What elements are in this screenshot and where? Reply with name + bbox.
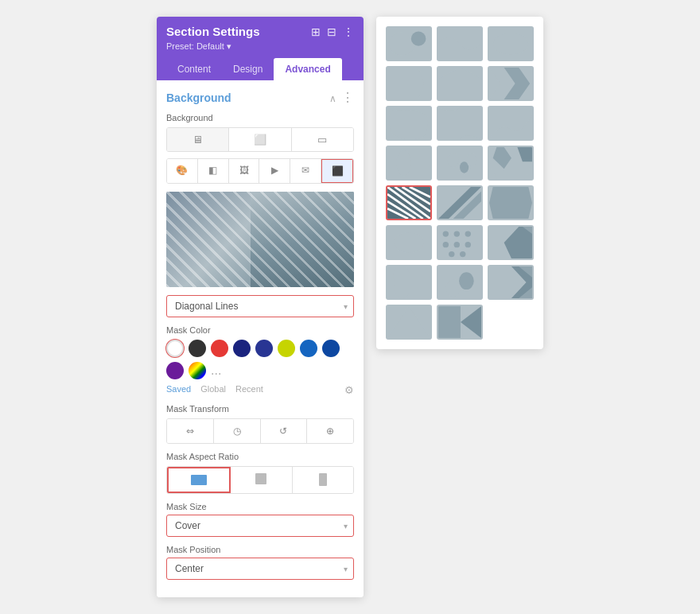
color-settings-icon[interactable]: ⚙ <box>344 384 354 396</box>
type-pattern[interactable]: ✉ <box>290 159 321 183</box>
transform-rotate[interactable]: ◷ <box>214 419 261 443</box>
device-row: 🖥 ⬜ ▭ <box>166 127 354 152</box>
mask-thumb-22[interactable] <box>386 305 432 340</box>
panel-preset[interactable]: Preset: Default ▾ <box>166 41 354 52</box>
svg-point-26 <box>460 251 465 257</box>
section-menu-icon[interactable] <box>341 90 354 105</box>
mask-thumb-7[interactable] <box>386 106 432 141</box>
transform-flip-h[interactable]: ⇔ <box>167 419 214 443</box>
aspect-tall[interactable] <box>293 467 353 493</box>
device-mobile[interactable]: ▭ <box>292 128 353 151</box>
image-preview <box>166 192 354 287</box>
color-more[interactable]: ... <box>211 364 221 377</box>
color-black[interactable] <box>189 340 206 357</box>
fullscreen-icon[interactable]: ⊞ <box>311 25 321 38</box>
aspect-row <box>166 466 354 494</box>
transform-target[interactable]: ⊕ <box>307 419 353 443</box>
mask-select-wrapper: Diagonal Lines None Dots Waves Circles T… <box>166 295 354 317</box>
settings-panel: Section Settings ⊞ ⊟ ⋮ Preset: Default ▾… <box>157 17 364 597</box>
mask-thumb-13[interactable] <box>386 185 432 220</box>
svg-point-0 <box>389 32 416 55</box>
mask-thumb-18[interactable] <box>488 225 534 260</box>
background-section-title: Background <box>166 91 231 104</box>
mask-thumb-11[interactable] <box>437 146 483 181</box>
color-row: ... <box>166 340 354 379</box>
mask-thumb-23[interactable] <box>437 305 483 340</box>
color-yellowgreen[interactable] <box>278 340 295 357</box>
image-preview-inner <box>166 192 354 287</box>
color-tab-recent[interactable]: Recent <box>235 384 263 396</box>
mask-color-label: Mask Color <box>166 325 354 335</box>
mask-thumb-19[interactable] <box>386 265 432 300</box>
background-field-label: Background <box>166 113 354 122</box>
mask-thumb-5[interactable] <box>437 66 483 101</box>
mask-grid-panel <box>376 17 543 349</box>
type-image[interactable]: 🖼 <box>229 159 260 183</box>
tab-content[interactable]: Content <box>166 58 222 80</box>
mask-thumb-20[interactable] <box>437 265 483 300</box>
svg-point-4 <box>447 153 459 167</box>
svg-point-1 <box>411 32 426 46</box>
panel-header-icons: ⊞ ⊟ ⋮ <box>311 25 354 38</box>
color-blue3[interactable] <box>300 340 317 357</box>
mask-thumb-2[interactable] <box>437 26 483 61</box>
mask-thumb-8[interactable] <box>437 106 483 141</box>
mask-thumb-17[interactable] <box>437 225 483 260</box>
transform-row: ⇔ ◷ ↺ ⊕ <box>166 418 354 444</box>
color-darkblue2[interactable] <box>322 340 340 357</box>
aspect-tall-icon <box>319 473 327 486</box>
svg-point-17 <box>394 232 423 252</box>
section-actions <box>329 90 354 105</box>
preset-arrow: ▾ <box>227 41 231 51</box>
type-gradient[interactable]: ◧ <box>198 159 229 183</box>
type-color[interactable]: 🎨 <box>167 159 198 183</box>
type-mask[interactable]: ⬛ <box>321 159 353 183</box>
mask-select[interactable]: Diagonal Lines None Dots Waves Circles T… <box>166 295 354 317</box>
mask-size-label: Mask Size <box>166 502 354 511</box>
mask-thumb-14[interactable] <box>437 185 483 220</box>
mask-thumb-6[interactable] <box>488 66 534 101</box>
mask-thumb-12[interactable] <box>488 146 534 181</box>
mask-thumb-9[interactable] <box>488 106 534 141</box>
more-icon[interactable]: ⋮ <box>343 25 354 38</box>
mask-thumb-3[interactable] <box>488 26 534 61</box>
svg-point-22 <box>443 242 449 247</box>
mask-position-select[interactable]: Center Top Left Top Center Top Right Cen… <box>166 558 354 580</box>
color-red[interactable] <box>211 340 228 357</box>
device-tablet[interactable]: ⬜ <box>229 128 291 151</box>
aspect-square[interactable] <box>231 467 292 493</box>
mask-aspect-label: Mask Aspect Ratio <box>166 452 354 461</box>
color-tab-global[interactable]: Global <box>200 384 226 396</box>
color-purple[interactable] <box>166 362 184 379</box>
mask-thumb-16[interactable] <box>386 225 432 260</box>
mask-thumb-4[interactable] <box>386 66 432 101</box>
svg-point-25 <box>449 251 454 257</box>
color-blue2[interactable] <box>255 340 273 357</box>
color-rainbow[interactable] <box>189 362 206 379</box>
svg-point-2 <box>493 33 529 54</box>
tab-advanced[interactable]: Advanced <box>274 58 341 80</box>
color-darkblue[interactable] <box>233 340 251 357</box>
mask-thumb-15[interactable] <box>488 185 534 220</box>
color-white[interactable] <box>166 340 184 357</box>
mask-transform-label: Mask Transform <box>166 404 354 414</box>
aspect-wide-icon <box>191 475 207 485</box>
panel-header: Section Settings ⊞ ⊟ ⋮ Preset: Default ▾… <box>157 17 364 80</box>
tab-design[interactable]: Design <box>222 58 274 80</box>
svg-point-6 <box>466 154 476 166</box>
type-row: 🎨 ◧ 🖼 ▶ ✉ ⬛ <box>166 158 354 184</box>
type-video[interactable]: ▶ <box>259 159 290 183</box>
mask-position-label: Mask Position <box>166 545 354 554</box>
aspect-wide[interactable] <box>167 467 231 493</box>
color-tabs: Saved Global Recent ⚙ <box>166 384 354 396</box>
collapse-icon[interactable] <box>329 91 336 104</box>
color-tab-saved[interactable]: Saved <box>166 384 191 396</box>
duplicate-icon[interactable]: ⊟ <box>327 25 336 38</box>
mask-thumb-10[interactable] <box>386 146 432 181</box>
device-desktop[interactable]: 🖥 <box>167 128 229 151</box>
mask-thumb-1[interactable] <box>386 26 432 61</box>
mask-size-select[interactable]: Cover Contain Auto Custom <box>166 515 354 537</box>
transform-reset[interactable]: ↺ <box>261 419 308 443</box>
svg-point-3 <box>396 150 411 177</box>
mask-thumb-21[interactable] <box>488 265 534 300</box>
